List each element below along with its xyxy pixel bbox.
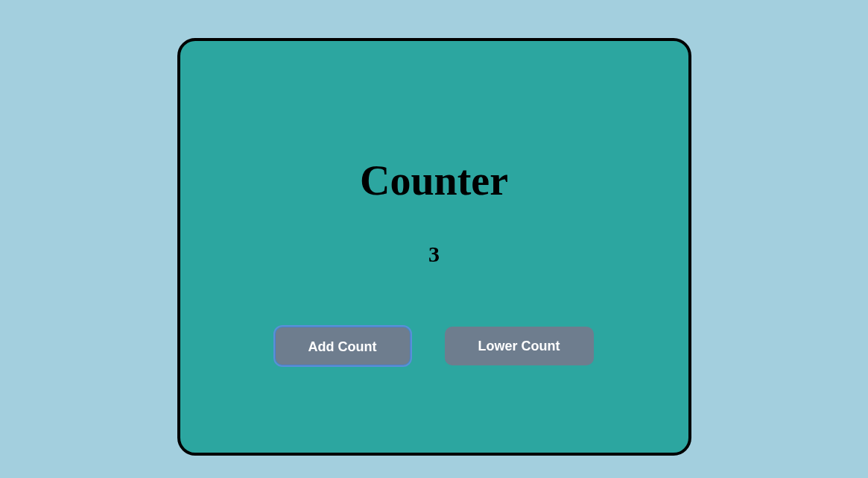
counter-value: 3	[428, 242, 440, 267]
lower-count-button[interactable]: Lower Count	[445, 327, 594, 365]
counter-title: Counter	[360, 157, 508, 204]
button-row: Add Count Lower Count	[275, 327, 594, 365]
counter-card: Counter 3 Add Count Lower Count	[177, 38, 691, 456]
add-count-button[interactable]: Add Count	[275, 327, 411, 365]
